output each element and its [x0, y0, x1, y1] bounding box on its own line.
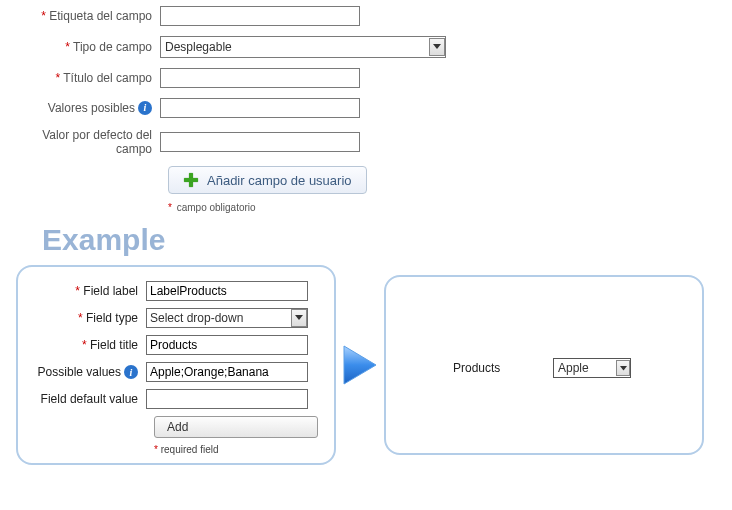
svg-marker-0: [433, 44, 441, 49]
valores-input[interactable]: [160, 98, 360, 118]
label-tipo: * Tipo de campo: [20, 40, 160, 54]
required-asterisk: *: [75, 284, 80, 298]
label-text: Field type: [86, 311, 138, 325]
info-icon[interactable]: i: [124, 365, 138, 379]
user-field-form: * Etiqueta del campo * Tipo de campo Des…: [0, 0, 732, 213]
required-asterisk: *: [55, 71, 60, 85]
add-button-label: Añadir campo de usuario: [207, 173, 352, 188]
ex-label-field-title: * Field title: [30, 338, 146, 352]
label-text: Título del campo: [63, 71, 152, 85]
example-result-panel: Products Apple: [384, 275, 704, 455]
row-etiqueta: * Etiqueta del campo: [20, 6, 732, 26]
label-text: Possible values: [38, 365, 121, 379]
svg-marker-2: [344, 346, 376, 384]
label-text: Valores posibles: [48, 101, 135, 115]
result-row: Products Apple: [453, 358, 631, 378]
required-asterisk: *: [154, 444, 158, 455]
ex-field-type-value: Select drop-down: [150, 311, 243, 325]
add-user-field-button[interactable]: Añadir campo de usuario: [168, 166, 367, 194]
titulo-input[interactable]: [160, 68, 360, 88]
ex-possible-values-input[interactable]: [146, 362, 308, 382]
example-heading: Example: [42, 223, 732, 257]
ex-default-input[interactable]: [146, 389, 308, 409]
label-text: Valor por defecto del campo: [42, 128, 152, 156]
ex-label-field-label: * Field label: [30, 284, 146, 298]
chevron-down-icon: [616, 360, 630, 376]
label-text: Field label: [83, 284, 138, 298]
row-default: Valor por defecto del campo: [20, 128, 732, 156]
svg-marker-3: [620, 366, 627, 371]
result-select[interactable]: Apple: [553, 358, 631, 378]
tipo-select[interactable]: Desplegable: [160, 36, 446, 58]
ex-label-default: Field default value: [30, 392, 146, 406]
required-asterisk: *: [41, 9, 46, 23]
required-asterisk: *: [65, 40, 70, 54]
required-asterisk: *: [78, 311, 83, 325]
ex-required-note: * required field: [154, 444, 318, 455]
label-text: Tipo de campo: [73, 40, 152, 54]
required-asterisk: *: [82, 338, 87, 352]
label-text: Field default value: [41, 392, 138, 406]
label-etiqueta: * Etiqueta del campo: [20, 9, 160, 23]
ex-add-button-label: Add: [167, 420, 188, 434]
required-asterisk: *: [168, 202, 172, 213]
label-text: Etiqueta del campo: [49, 9, 152, 23]
arrow-right-icon: [336, 342, 384, 388]
example-panels: * Field label * Field type Select drop-d…: [0, 265, 732, 479]
ex-label-possible-values: Possible values i: [30, 365, 146, 379]
chevron-down-icon: [429, 38, 445, 56]
ex-row-default: Field default value: [30, 389, 318, 409]
ex-add-button[interactable]: Add: [154, 416, 318, 438]
chevron-down-icon: [291, 309, 307, 327]
ex-row-field-title: * Field title: [30, 335, 318, 355]
required-note-text: campo obligatorio: [177, 202, 256, 213]
result-label: Products: [453, 361, 543, 375]
ex-field-type-select[interactable]: Select drop-down: [146, 308, 308, 328]
etiqueta-input[interactable]: [160, 6, 360, 26]
plus-icon: [183, 172, 199, 188]
ex-field-title-input[interactable]: [146, 335, 308, 355]
row-tipo: * Tipo de campo Desplegable: [20, 36, 732, 58]
svg-marker-1: [295, 315, 303, 320]
label-valores: Valores posibles i: [20, 101, 160, 115]
example-form-panel: * Field label * Field type Select drop-d…: [16, 265, 336, 465]
ex-row-possible-values: Possible values i: [30, 362, 318, 382]
ex-required-note-text: required field: [161, 444, 219, 455]
result-select-value: Apple: [558, 361, 589, 375]
row-valores: Valores posibles i: [20, 98, 732, 118]
tipo-select-value: Desplegable: [165, 40, 232, 54]
ex-label-field-type: * Field type: [30, 311, 146, 325]
ex-row-field-type: * Field type Select drop-down: [30, 308, 318, 328]
label-default: Valor por defecto del campo: [20, 128, 160, 156]
row-titulo: * Título del campo: [20, 68, 732, 88]
label-titulo: * Título del campo: [20, 71, 160, 85]
info-icon[interactable]: i: [138, 101, 152, 115]
ex-row-field-label: * Field label: [30, 281, 318, 301]
label-text: Field title: [90, 338, 138, 352]
default-input[interactable]: [160, 132, 360, 152]
ex-field-label-input[interactable]: [146, 281, 308, 301]
required-note: * campo obligatorio: [168, 202, 732, 213]
